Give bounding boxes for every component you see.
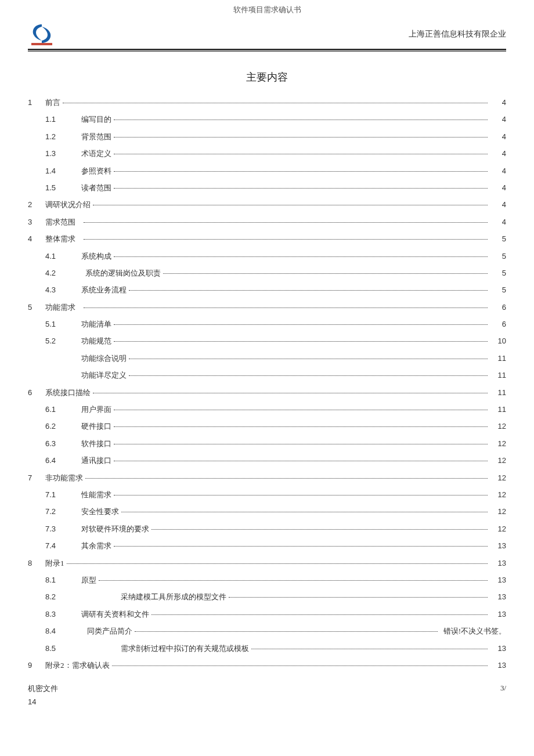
toc-page: 4: [490, 147, 506, 160]
toc-leader-dots: [129, 290, 488, 291]
toc-page: 6: [490, 301, 506, 314]
toc-row: 7.2安全性要求12: [28, 505, 506, 518]
toc-label: 其余需求: [81, 539, 111, 552]
toc-page: 4: [490, 198, 506, 211]
toc-page: 13: [490, 659, 506, 672]
toc-leader-dots: [114, 546, 488, 547]
toc-page: 12: [490, 505, 506, 518]
toc-page: 12: [490, 419, 506, 433]
toc-label: 安全性要求: [81, 505, 119, 518]
toc-page: 12: [490, 437, 506, 450]
toc-row: 1.2背景范围4: [28, 130, 506, 143]
toc-row: 4.2 系统的逻辑岗位及职责5: [28, 266, 506, 280]
toc-leader-dots: [114, 324, 488, 325]
toc-label: 功能详尽定义: [81, 368, 127, 382]
toc-page: 4: [490, 96, 506, 109]
toc-page: 12: [490, 471, 506, 484]
toc-label: 系统业务流程: [81, 283, 127, 296]
toc-page: 5: [490, 283, 506, 296]
toc-row: 6.1用户界面11: [28, 403, 506, 416]
toc-row: 8.5 需求剖析过程中拟订的有关规范或模板13: [28, 642, 506, 655]
toc-page: 13: [490, 642, 506, 655]
toc-page: 11: [490, 352, 506, 365]
toc-label: 功能清单: [81, 317, 111, 331]
toc-label: 需求剖析过程中拟订的有关规范或模板: [81, 642, 249, 655]
toc-label: 功能需求: [45, 301, 81, 314]
toc-subnum: 7.3: [45, 522, 81, 536]
toc-content: 主要内容 1前言41.1编写目的41.2背景范围41.3术语定义41.4参照资料…: [0, 70, 534, 672]
toc-label: 调研有关资料和文件: [81, 607, 149, 621]
toc-page: 4: [490, 181, 506, 194]
toc-leader-dots: [114, 410, 488, 410]
toc-page: 13: [490, 607, 506, 621]
toc-leader-dots: [163, 273, 488, 274]
toc-row: 8附录113: [28, 556, 506, 570]
toc-subnum: 8.5: [45, 642, 81, 655]
toc-subnum: 6.4: [45, 454, 81, 467]
toc-row: 8.1原型13: [28, 573, 506, 587]
toc-subnum: 4.2: [45, 266, 81, 280]
toc-subnum: 1.1: [45, 113, 81, 126]
toc-row: 功能详尽定义11: [28, 368, 506, 382]
toc-label: 背景范围: [81, 130, 111, 143]
toc-page: 4: [490, 164, 506, 178]
toc-row: 1.1编写目的4: [28, 113, 506, 126]
toc-leader-dots: [114, 188, 488, 189]
toc-page: 13: [490, 573, 506, 587]
toc-leader-dots: [129, 375, 488, 376]
toc-num: 9: [28, 659, 45, 672]
toc-row: 6.4通讯接口12: [28, 454, 506, 467]
toc-leader-dots: [135, 631, 438, 632]
toc-leader-dots: [114, 426, 488, 427]
toc-row: 9附录2：需求确认表13: [28, 659, 506, 672]
toc-leader-dots: [114, 495, 488, 495]
toc-label: 采纳建模工具所形成的模型文件: [81, 590, 226, 603]
toc-label: 通讯接口: [81, 454, 111, 467]
toc-leader-dots: [84, 308, 488, 308]
toc-leader-dots: [114, 444, 488, 444]
toc-page: 13: [490, 539, 506, 552]
toc-label: 系统接口描绘: [45, 386, 91, 399]
toc-subnum: 7.1: [45, 488, 81, 501]
toc-subnum: 6.2: [45, 419, 81, 433]
toc-label: 参照资料: [81, 164, 111, 178]
toc-row: 1.5读者范围4: [28, 181, 506, 194]
toc-leader-dots: [229, 597, 488, 598]
toc-leader-dots: [151, 529, 488, 530]
toc-label: 非功能需求: [45, 471, 83, 484]
toc-page: 4: [490, 113, 506, 126]
header-bar: 上海正善信息科技有限企业: [0, 17, 534, 49]
toc-label: 系统的逻辑岗位及职责: [81, 266, 161, 280]
toc-row: 7非功能需求12: [28, 471, 506, 484]
toc-row: 4整体需求 5: [28, 232, 506, 245]
toc-page: 10: [490, 334, 506, 348]
toc-leader-dots: [114, 120, 488, 120]
toc-row: 8.2 采纳建模工具所形成的模型文件13: [28, 590, 506, 603]
toc-row: 7.4其余需求13: [28, 539, 506, 552]
toc-page: 12: [490, 488, 506, 501]
toc-num: 1: [28, 96, 45, 109]
toc-label: 用户界面: [81, 403, 111, 416]
toc-row: 5.1功能清单6: [28, 317, 506, 331]
doc-header-title: 软件项目需求确认书: [0, 0, 534, 17]
toc-row: 7.3对软硬件环境的要求12: [28, 522, 506, 536]
toc-num: 6: [28, 386, 45, 399]
footer-confidential: 机密文件: [28, 683, 58, 694]
toc-row: 6系统接口描绘11: [28, 386, 506, 399]
toc-leader-dots: [121, 512, 488, 512]
toc-label: 需求范围: [45, 215, 81, 229]
toc-row: 4.1系统构成5: [28, 249, 506, 263]
toc-row: 8.3调研有关资料和文件13: [28, 607, 506, 621]
toc-num: 8: [28, 556, 45, 570]
toc-row: 1前言4: [28, 96, 506, 109]
toc-title: 主要内容: [28, 70, 506, 84]
toc-row: 6.3软件接口12: [28, 437, 506, 450]
toc-row: 7.1性能需求12: [28, 488, 506, 501]
toc-page: 13: [490, 590, 506, 603]
toc-page: 12: [490, 522, 506, 536]
toc-page: 6: [490, 317, 506, 331]
toc-row: 5.2功能规范10: [28, 334, 506, 348]
footer-page-num: 3/: [500, 683, 506, 694]
toc-label: 系统构成: [81, 249, 111, 263]
toc-leader-dots: [84, 222, 488, 223]
